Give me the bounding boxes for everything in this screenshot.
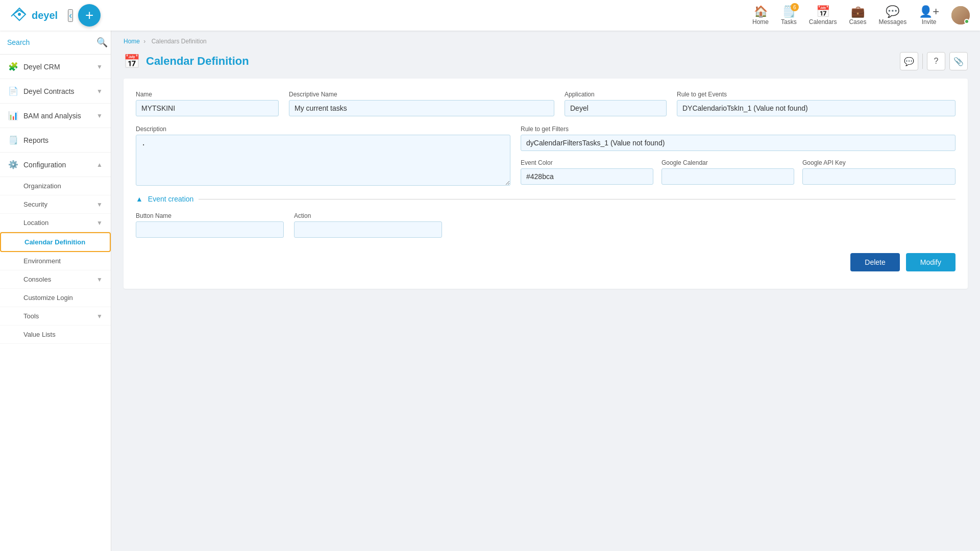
app-body: 🔍 🧩 Deyel CRM ▼ 📄 Deyel Contracts ▼ 📊 BA… <box>0 31 980 551</box>
field-application: Application <box>565 91 667 116</box>
avatar[interactable] <box>951 6 970 24</box>
configuration-icon: ⚙️ <box>8 160 18 169</box>
comment-button[interactable]: 💬 <box>900 52 918 70</box>
sidebar-item-location[interactable]: Location ▼ <box>0 214 111 232</box>
action-divider <box>922 54 923 69</box>
sidebar-label-deyel-contracts: Deyel Contracts <box>23 87 75 95</box>
event-color-input[interactable] <box>521 168 653 185</box>
sidebar-item-deyel-contracts[interactable]: 📄 Deyel Contracts ▼ <box>0 79 111 104</box>
search-icon[interactable]: 🔍 <box>96 37 108 48</box>
home-icon: 🏠 <box>754 5 768 18</box>
section-divider <box>199 199 955 199</box>
sidebar-collapse-btn[interactable]: ‹ <box>68 9 73 22</box>
tasks-badge: 6 <box>791 3 799 11</box>
sidebar-label-tools: Tools <box>23 312 39 320</box>
action-input[interactable] <box>294 221 442 238</box>
logo-icon <box>10 5 29 26</box>
name-label: Name <box>136 91 279 98</box>
field-rule-events: Rule to get Events <box>677 91 955 116</box>
google-cal-input[interactable] <box>662 168 794 185</box>
logo-text: deyel <box>32 10 58 21</box>
field-button-name: Button Name <box>136 212 284 238</box>
clip-button[interactable]: 📎 <box>949 52 968 70</box>
nav-right: 🏠 Home 🗒️ 6 Tasks 📅 Calendars 💼 Cases 💬 … <box>752 5 970 26</box>
sidebar-label-value-lists: Value Lists <box>23 331 56 338</box>
button-name-input[interactable] <box>136 221 284 238</box>
sidebar-label-consoles: Consoles <box>23 276 51 283</box>
sidebar-item-security[interactable]: Security ▼ <box>0 195 111 214</box>
calendars-label: Calendars <box>809 18 837 26</box>
sidebar-item-value-lists[interactable]: Value Lists <box>0 325 111 344</box>
google-api-input[interactable] <box>802 168 955 185</box>
form-row-1: Name Descriptive Name Application Rule t… <box>136 91 955 116</box>
field-name: Name <box>136 91 279 116</box>
sidebar-item-environment[interactable]: Environment <box>0 252 111 270</box>
help-button[interactable]: ? <box>927 52 945 70</box>
deyel-contracts-icon: 📄 <box>8 86 18 96</box>
breadcrumb: Home › Calendars Definition <box>111 31 980 47</box>
description-textarea[interactable] <box>136 135 510 186</box>
sidebar-item-calendar-definition[interactable]: Calendar Definition <box>0 232 111 252</box>
rule-filters-input[interactable] <box>521 135 955 151</box>
chevron-deyel-crm: ▼ <box>96 63 103 70</box>
nav-left: deyel ‹ + <box>10 4 106 27</box>
sidebar-item-organization[interactable]: Organization <box>0 177 111 195</box>
sidebar-label-organization: Organization <box>23 182 61 190</box>
search-input[interactable] <box>7 38 96 46</box>
modify-button[interactable]: Modify <box>906 253 955 271</box>
sidebar-item-bam-analysis[interactable]: 📊 BAM and Analysis ▼ <box>0 104 111 128</box>
sidebar-label-environment: Environment <box>23 257 61 265</box>
home-label: Home <box>752 18 769 26</box>
chevron-consoles: ▼ <box>96 276 103 283</box>
tasks-label: Tasks <box>781 18 797 26</box>
application-input[interactable] <box>565 100 667 116</box>
page-actions: 💬 ? 📎 <box>900 52 968 70</box>
field-event-color: Event Color <box>521 159 653 185</box>
form-container: Name Descriptive Name Application Rule t… <box>124 79 968 289</box>
invite-label: Invite <box>922 18 937 26</box>
event-creation-section-header: ▲ Event creation <box>136 195 955 203</box>
calendars-icon: 📅 <box>816 5 830 18</box>
rule-events-input[interactable] <box>677 100 955 116</box>
chevron-location: ▼ <box>96 219 103 227</box>
field-google-api: Google API Key <box>802 159 955 185</box>
sidebar-item-consoles[interactable]: Consoles ▼ <box>0 270 111 289</box>
svg-point-0 <box>18 13 21 16</box>
field-descriptive-name: Descriptive Name <box>289 91 554 116</box>
bam-analysis-icon: 📊 <box>8 111 18 120</box>
desc-name-input[interactable] <box>289 100 554 116</box>
fab-add-button[interactable]: + <box>78 4 101 27</box>
nav-invite[interactable]: 👤+ Invite <box>919 5 939 26</box>
main-content: Home › Calendars Definition 📅 Calendar D… <box>111 31 980 551</box>
nav-cases[interactable]: 💼 Cases <box>849 5 866 26</box>
sidebar-item-deyel-crm[interactable]: 🧩 Deyel CRM ▼ <box>0 55 111 79</box>
color-google-row: Event Color Google Calendar Google API K… <box>521 159 955 185</box>
sidebar: 🔍 🧩 Deyel CRM ▼ 📄 Deyel Contracts ▼ 📊 BA… <box>0 31 111 551</box>
sidebar-item-configuration[interactable]: ⚙️ Configuration ▲ <box>0 153 111 177</box>
nav-calendars[interactable]: 📅 Calendars <box>809 5 837 26</box>
google-api-label: Google API Key <box>802 159 955 166</box>
sidebar-item-tools[interactable]: Tools ▼ <box>0 307 111 325</box>
chevron-bam: ▼ <box>96 112 103 119</box>
event-creation-label: Event creation <box>148 195 194 203</box>
nav-tasks[interactable]: 🗒️ 6 Tasks <box>781 5 797 26</box>
invite-icon: 👤+ <box>919 5 939 18</box>
nav-messages[interactable]: 💬 Messages <box>878 5 906 26</box>
sidebar-label-security: Security <box>23 201 47 208</box>
event-creation-collapse-icon[interactable]: ▲ <box>136 195 143 203</box>
sidebar-label-calendar-definition: Calendar Definition <box>24 238 85 246</box>
sidebar-item-reports[interactable]: 🗒️ Reports <box>0 128 111 153</box>
chevron-deyel-contracts: ▼ <box>96 88 103 95</box>
page-header: 📅 Calendar Definition 💬 ? 📎 <box>111 47 980 79</box>
button-name-label: Button Name <box>136 212 284 219</box>
field-rule-filters: Rule to get Filters <box>521 126 955 151</box>
breadcrumb-home[interactable]: Home <box>124 38 140 45</box>
delete-button[interactable]: Delete <box>850 253 899 271</box>
name-input[interactable] <box>136 100 279 116</box>
sidebar-item-customize-login[interactable]: Customize Login <box>0 289 111 307</box>
reports-icon: 🗒️ <box>8 135 18 145</box>
event-color-label: Event Color <box>521 159 653 166</box>
deyel-crm-icon: 🧩 <box>8 62 18 71</box>
form-footer: Delete Modify <box>136 253 955 271</box>
nav-home[interactable]: 🏠 Home <box>752 5 769 26</box>
